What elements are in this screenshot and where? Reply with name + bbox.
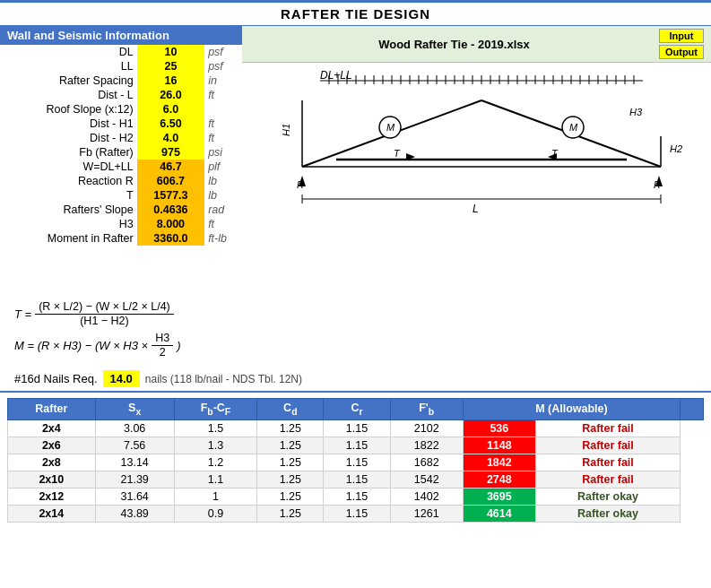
table-row-cd: 1.25 xyxy=(257,437,324,454)
table-row-rafter: 2x6 xyxy=(8,437,96,454)
table-row-fpb: 1682 xyxy=(390,454,463,471)
input-value-7: 975 xyxy=(137,145,204,160)
input-table: DL 10 psf LL 25 psf Rafter Spacing 16 in… xyxy=(0,45,242,246)
col-mallowable: M (Allowable) xyxy=(463,399,680,420)
input-value-9: 606.7 xyxy=(137,174,204,188)
table-row-sx: 43.89 xyxy=(95,505,174,522)
table-row-fpb: 2102 xyxy=(390,419,463,437)
input-unit-1: psf xyxy=(204,59,242,74)
input-label-9: Reaction R xyxy=(0,174,137,188)
left-panel: Wall and Seismic Information DL 10 psf L… xyxy=(0,26,242,295)
svg-text:H2: H2 xyxy=(670,143,682,154)
svg-text:H3: H3 xyxy=(629,107,643,117)
table-row-rafter: 2x10 xyxy=(8,471,96,488)
input-label-13: Moment in Rafter xyxy=(0,231,137,246)
bottom-table-area: Rafter Sx Fb-CF Cd Cr F'b M (Allowable) … xyxy=(0,391,711,523)
table-row-status: Rafter fail xyxy=(535,437,680,454)
input-button[interactable]: Input xyxy=(659,29,704,43)
input-unit-7: psi xyxy=(204,145,242,160)
rafter-diagram: DL+LL xyxy=(257,66,697,232)
input-label-4: Roof Slope (x:12) xyxy=(0,102,137,117)
input-value-4: 6.0 xyxy=(137,102,204,117)
input-label-7: Fb (Rafter) xyxy=(0,145,137,160)
col-fbcf: Fb-CF xyxy=(174,399,257,420)
input-unit-2: in xyxy=(204,74,242,88)
input-unit-3: ft xyxy=(204,88,242,102)
input-value-13: 3360.0 xyxy=(137,231,204,246)
table-row-rafter: 2x12 xyxy=(8,488,96,505)
input-label-6: Dist - H2 xyxy=(0,131,137,145)
table-row-status: Rafter okay xyxy=(535,505,680,522)
table-row-cd: 1.25 xyxy=(257,505,324,522)
table-row-cd: 1.25 xyxy=(257,471,324,488)
table-row-cd: 1.25 xyxy=(257,488,324,505)
input-label-12: H3 xyxy=(0,217,137,231)
formula-area: T = (R × L/2) − (W × L/2 × L/4) (H1 − H2… xyxy=(0,295,711,365)
input-value-12: 8.000 xyxy=(137,217,204,231)
rafter-data-table: Rafter Sx Fb-CF Cd Cr F'b M (Allowable) … xyxy=(7,398,704,523)
page-title: RAFTER TIE DESIGN xyxy=(0,0,711,26)
nails-note: nails (118 lb/nail - NDS Tbl. 12N) xyxy=(145,373,302,385)
input-unit-6: ft xyxy=(204,131,242,145)
table-row-cd: 1.25 xyxy=(257,454,324,471)
table-row-cr: 1.15 xyxy=(324,419,390,437)
input-value-2: 16 xyxy=(137,74,204,88)
col-sx: Sx xyxy=(95,399,174,420)
table-row-rafter: 2x4 xyxy=(8,419,96,437)
diagram-area: DL+LL xyxy=(242,63,711,236)
table-row-sx: 7.56 xyxy=(95,437,174,454)
table-row-rafter: 2x14 xyxy=(8,505,96,522)
table-row-fpb: 1402 xyxy=(390,488,463,505)
table-row-fbcf: 1.5 xyxy=(174,419,257,437)
col-rafter: Rafter xyxy=(8,399,96,420)
table-row-fbcf: 1.1 xyxy=(174,471,257,488)
table-row-mallowable: 2748 xyxy=(463,471,535,488)
table-row-cr: 1.15 xyxy=(324,488,390,505)
table-row-sx: 31.64 xyxy=(95,488,174,505)
table-row-mallowable: 536 xyxy=(463,419,535,437)
table-row-sx: 3.06 xyxy=(95,419,174,437)
input-label-1: LL xyxy=(0,59,137,74)
input-label-11: Rafters' Slope xyxy=(0,203,137,217)
table-row-cr: 1.15 xyxy=(324,454,390,471)
output-button[interactable]: Output xyxy=(659,45,704,59)
input-value-6: 4.0 xyxy=(137,131,204,145)
input-unit-0: psf xyxy=(204,45,242,59)
input-value-11: 0.4636 xyxy=(137,203,204,217)
svg-text:T: T xyxy=(394,148,401,159)
table-row-status: Rafter fail xyxy=(535,454,680,471)
filename: Wood Rafter Tie - 2019.xlsx xyxy=(378,38,530,51)
col-status xyxy=(681,399,704,420)
svg-text:M: M xyxy=(386,122,395,133)
table-row-mallowable: 4614 xyxy=(463,505,535,522)
input-unit-5: ft xyxy=(204,117,242,131)
col-fpb: F'b xyxy=(390,399,463,420)
section-header: Wall and Seismic Information xyxy=(0,26,242,45)
table-row-fpb: 1261 xyxy=(390,505,463,522)
table-row-sx: 21.39 xyxy=(95,471,174,488)
table-row-status: Rafter okay xyxy=(535,488,680,505)
input-value-0: 10 xyxy=(137,45,204,59)
input-value-3: 26.0 xyxy=(137,88,204,102)
table-row-sx: 13.14 xyxy=(95,454,174,471)
input-value-1: 25 xyxy=(137,59,204,74)
table-row-mallowable: 3695 xyxy=(463,488,535,505)
table-row-mallowable: 1842 xyxy=(463,454,535,471)
input-label-5: Dist - H1 xyxy=(0,117,137,131)
svg-text:H1: H1 xyxy=(281,124,291,136)
input-label-8: W=DL+LL xyxy=(0,160,137,174)
table-row-cr: 1.15 xyxy=(324,471,390,488)
svg-text:L: L xyxy=(473,203,479,215)
input-label-0: DL xyxy=(0,45,137,59)
input-label-2: Rafter Spacing xyxy=(0,74,137,88)
col-cr: Cr xyxy=(324,399,390,420)
table-row-cr: 1.15 xyxy=(324,437,390,454)
input-label-3: Dist - L xyxy=(0,88,137,102)
table-row-fbcf: 1.2 xyxy=(174,454,257,471)
input-unit-8: plf xyxy=(204,160,242,174)
table-row-rafter: 2x8 xyxy=(8,454,96,471)
table-row-fpb: 1822 xyxy=(390,437,463,454)
input-value-8: 46.7 xyxy=(137,160,204,174)
right-panel: Wood Rafter Tie - 2019.xlsx Input Output… xyxy=(242,26,711,295)
table-row-cd: 1.25 xyxy=(257,419,324,437)
